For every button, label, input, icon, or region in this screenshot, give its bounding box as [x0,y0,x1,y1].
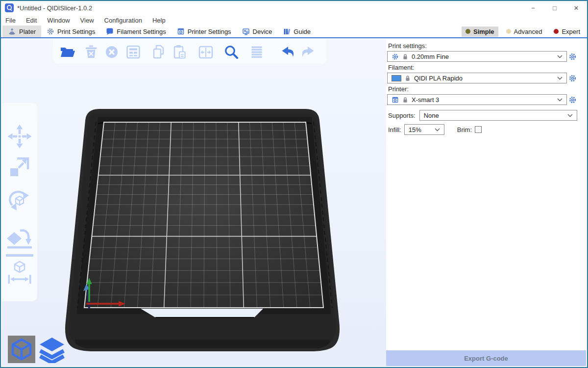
redo-icon [299,43,318,61]
mode-simple[interactable]: Simple [462,26,498,37]
menu-window[interactable]: Window [47,17,70,24]
rotate-gizmo-button[interactable] [6,187,33,215]
printer-icon [177,27,185,35]
device-icon [242,27,250,35]
preview-button[interactable] [38,336,66,363]
simple-dot-icon [466,29,470,34]
mode-label: Simple [473,28,494,35]
minimize-button[interactable]: − [522,1,544,15]
advanced-dot-icon [506,29,511,34]
mode-expert[interactable]: Expert [550,26,584,37]
printer-combo[interactable]: X-smart 3 [387,94,567,105]
chevron-down-icon [435,128,440,131]
guide-icon [283,27,291,35]
chevron-down-icon [557,77,563,80]
delete-all-button[interactable] [102,42,122,62]
delete-button[interactable] [81,42,101,62]
tab-printer-settings[interactable]: Printer Settings [172,26,237,37]
mode-label: Advanced [514,28,542,35]
tab-label: Guide [294,28,311,35]
tab-filament-settings[interactable]: Filament Settings [100,26,171,37]
supports-label: Supports: [388,112,416,119]
infill-label: Infill: [388,126,401,133]
tab-label: Plater [19,28,36,35]
print-settings-value: 0.20mm Fine [412,53,554,60]
tab-guide[interactable]: Guide [277,26,316,37]
lock-icon [402,53,408,60]
copy-button[interactable] [149,42,169,62]
gear-icon [568,74,577,82]
supports-value: None [424,112,564,119]
printer-value: X-smart 3 [412,96,554,104]
filament-gear-button[interactable] [568,74,577,82]
window-title: *Untitled - QIDISlicer-1.0.2 [17,4,92,12]
filament-label: Filament: [388,64,577,71]
filament-combo[interactable]: QIDI PLA Rapido [387,73,567,83]
measure-gizmo-button[interactable] [6,258,33,286]
search-button[interactable] [221,42,241,62]
rotate-icon [6,188,33,214]
paste-button[interactable] [170,42,189,62]
export-gcode-button[interactable]: Export G-code [386,350,586,366]
tab-label: Device [253,28,272,35]
mode-advanced[interactable]: Advanced [502,26,546,37]
open-folder-icon [58,43,77,61]
3d-editor-cube-icon [8,336,35,363]
filament-icon [106,27,114,35]
chevron-down-icon [557,98,563,102]
tab-device[interactable]: Device [237,26,278,37]
split-to-objects-button[interactable] [196,42,216,62]
open-folder-button[interactable] [58,42,77,62]
menu-configuration[interactable]: Configuration [104,17,142,24]
gear-icon [568,96,577,104]
menu-help[interactable]: Help [152,17,166,24]
title-bar: *Untitled - QIDISlicer-1.0.2 − □ ✕ [1,1,587,15]
brim-checkbox[interactable] [475,126,482,133]
tab-label: Printer Settings [188,28,231,35]
supports-combo[interactable]: None [419,110,577,121]
scale-icon [6,154,33,180]
delete-all-icon [102,43,121,61]
menu-file[interactable]: File [5,17,16,24]
lock-icon [402,97,408,103]
3d-viewport[interactable] [2,39,386,366]
infill-combo[interactable]: 15% [404,124,444,135]
move-icon [6,123,33,150]
tab-label: Print Settings [57,28,95,35]
3d-editor-view-button[interactable] [8,336,35,363]
chevron-down-icon [567,114,573,117]
plater-icon [8,27,16,35]
expert-dot-icon [554,29,559,34]
variable-layer-height-button[interactable] [247,42,267,62]
tab-bar: Plater Print Settings Filament Settings … [1,26,587,38]
gear-icon [47,27,54,35]
tab-plater[interactable]: Plater [2,26,41,37]
gizmo-separator [6,254,33,257]
mode-label: Expert [562,28,580,35]
place-on-face-gizmo-button[interactable] [6,222,33,250]
print-settings-combo[interactable]: 0.20mm Fine [387,51,567,62]
menu-edit[interactable]: Edit [26,17,37,24]
menu-view[interactable]: View [80,17,94,24]
brim-label: Brim: [457,126,472,133]
mode-selector: Simple Advanced Expert [462,26,587,37]
move-gizmo-button[interactable] [6,123,33,150]
undo-button[interactable] [277,42,297,62]
scale-gizmo-button[interactable] [6,153,33,181]
search-icon [222,43,241,61]
printer-gear-button[interactable] [568,96,577,104]
tab-label: Filament Settings [117,28,166,35]
gear-icon [392,53,399,60]
filament-color-swatch [392,75,401,81]
redo-button[interactable] [299,42,318,62]
arrange-button[interactable] [123,42,143,62]
print-settings-gear-button[interactable] [568,53,577,61]
close-button[interactable]: ✕ [565,1,587,15]
paste-icon [170,43,189,61]
copy-icon [149,43,168,61]
infill-value: 15% [409,126,431,133]
tab-print-settings[interactable]: Print Settings [41,26,100,37]
main-area: Print settings: 0.20mm Fine [2,39,586,366]
lock-icon [405,75,411,81]
maximize-button[interactable]: □ [544,1,565,15]
